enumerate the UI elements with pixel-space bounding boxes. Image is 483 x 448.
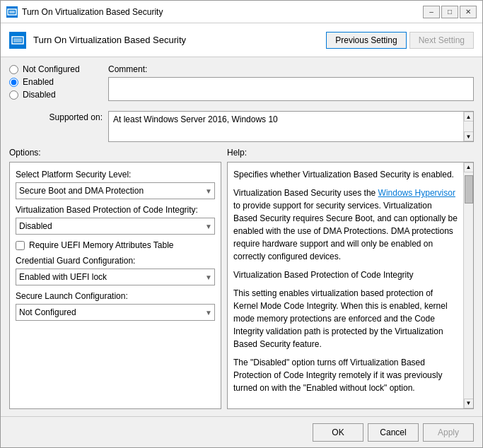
header-icon [9,32,26,49]
help-scroll-down-button[interactable]: ▼ [464,399,474,408]
radio-group: Not Configured Enabled Disabled [9,64,108,100]
vbs-dropdown[interactable]: Disabled Enabled without lock Enabled wi… [16,218,215,235]
header-title: Turn On Virtualization Based Security [33,35,326,45]
vbs-group: Virtualization Based Protection of Code … [16,205,215,235]
svg-rect-3 [13,38,22,42]
dialog-header: Turn On Virtualization Based Security Pr… [1,23,482,57]
hypervisor-link: Windows Hypervisor [378,188,455,198]
comment-textarea[interactable] [108,77,474,101]
help-text: Specifies whether Virtualization Based S… [233,168,467,403]
help-para-3: Virtualization Based Protection of Code … [233,269,458,281]
title-bar: Turn On Virtualization Based Security – … [1,1,482,23]
uefi-checkbox-input[interactable] [16,241,25,250]
help-scroll-thumb[interactable] [465,175,473,204]
credential-label: Credential Guard Configuration: [16,256,215,266]
radio-not-configured-input[interactable] [9,65,18,74]
help-para-6: The "Enabled with UEFI lock" option ensu… [233,400,458,403]
radio-disabled-input[interactable] [9,90,18,100]
supported-on-label: Supported on: [9,111,108,122]
secure-launch-label: Secure Launch Configuration: [16,291,215,301]
scroll-up-button[interactable]: ▲ [464,112,474,122]
platform-dropdown-container: Secure Boot and DMA Protection Secure Bo… [16,182,215,199]
radio-enabled-input[interactable] [9,78,18,87]
options-header: Options: [9,148,221,158]
supported-on-value: At least Windows Server 2016, Windows 10 [113,114,469,124]
main-content: Not Configured Enabled Disabled Comment:… [1,57,482,416]
cancel-button[interactable]: Cancel [368,423,419,442]
vbs-dropdown-container: Disabled Enabled without lock Enabled wi… [16,218,215,235]
help-panel: Help: Specifies whether Virtualization B… [227,148,474,409]
help-header: Help: [227,148,474,158]
next-setting-button[interactable]: Next Setting [409,32,474,49]
maximize-button[interactable]: □ [441,6,458,18]
window-controls: – □ ✕ [423,6,477,18]
uefi-checkbox-row[interactable]: Require UEFI Memory Attributes Table [16,240,215,250]
help-para-5: The "Disabled" option turns off Virtuali… [233,356,458,394]
help-para-1: Specifies whether Virtualization Based S… [233,168,458,181]
supported-on-row: Supported on: At least Windows Server 20… [9,111,474,142]
comment-label: Comment: [108,64,474,74]
uefi-checkbox-label: Require UEFI Memory Attributes Table [29,240,174,250]
platform-dropdown[interactable]: Secure Boot and DMA Protection Secure Bo… [16,182,215,199]
help-para-4: This setting enables virtualization base… [233,287,458,350]
help-scrollbar: ▲ ▼ [463,163,473,408]
svg-rect-1 [9,11,15,13]
nav-buttons: Previous Setting Next Setting [326,32,474,49]
credential-dropdown-container: Enabled with UEFI lock Disabled Enabled … [16,269,215,285]
options-box: Select Platform Security Level: Secure B… [9,162,221,409]
scroll-down-button[interactable]: ▼ [464,131,474,141]
secure-launch-dropdown-container: Not Configured Enabled Disabled ▼ [16,304,215,321]
previous-setting-button[interactable]: Previous Setting [326,32,406,49]
main-window: Turn On Virtualization Based Security – … [0,0,483,448]
platform-label: Select Platform Security Level: [16,170,215,179]
radio-disabled[interactable]: Disabled [9,90,108,100]
help-box: Specifies whether Virtualization Based S… [227,162,474,409]
radio-comment-section: Not Configured Enabled Disabled Comment: [9,64,474,101]
minimize-button[interactable]: – [423,6,440,18]
close-button[interactable]: ✕ [460,6,477,18]
apply-button[interactable]: Apply [423,423,474,442]
platform-group: Select Platform Security Level: Secure B… [16,170,215,199]
window-title: Turn On Virtualization Based Security [22,7,423,17]
radio-enabled[interactable]: Enabled [9,77,108,87]
secure-launch-group: Secure Launch Configuration: Not Configu… [16,291,215,321]
secure-launch-dropdown[interactable]: Not Configured Enabled Disabled [16,304,215,321]
ok-button[interactable]: OK [313,423,363,442]
help-scroll-up-button[interactable]: ▲ [464,163,474,172]
two-column-section: Options: Select Platform Security Level:… [9,148,474,409]
supported-on-box: At least Windows Server 2016, Windows 10… [108,111,474,142]
vbs-label: Virtualization Based Protection of Code … [16,205,215,215]
window-icon [6,6,18,18]
comment-section: Comment: [108,64,474,101]
footer: OK Cancel Apply [1,416,482,447]
options-panel: Options: Select Platform Security Level:… [9,148,221,409]
credential-group: Credential Guard Configuration: Enabled … [16,256,215,285]
radio-not-configured[interactable]: Not Configured [9,64,108,74]
credential-dropdown[interactable]: Enabled with UEFI lock Disabled Enabled … [16,269,215,285]
help-para-2: Virtualization Based Security uses the W… [233,187,458,263]
